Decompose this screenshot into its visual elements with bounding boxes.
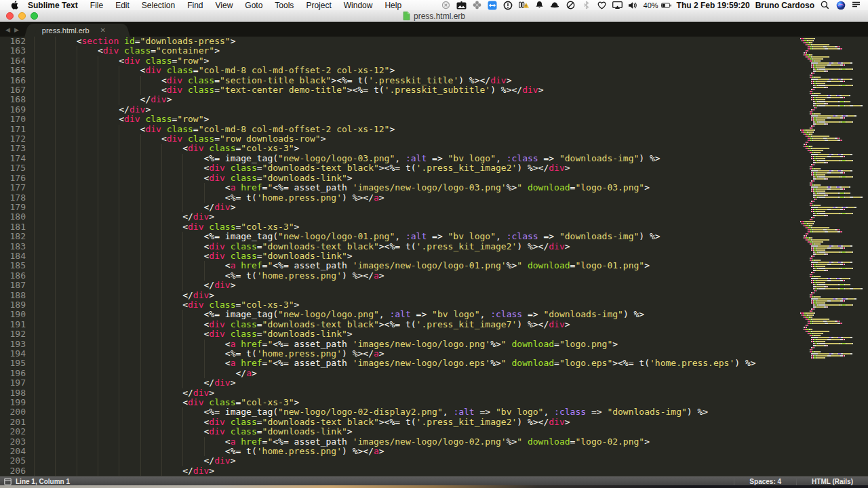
menu-window[interactable]: Window <box>338 1 379 10</box>
airplay-display-icon[interactable] <box>612 1 623 9</box>
line-number[interactable]: 172 <box>0 134 26 144</box>
code-line-167[interactable]: <div class="text-center demo-title"><%= … <box>34 85 868 95</box>
code-line-179[interactable]: </div> <box>34 203 868 212</box>
code-line-174[interactable]: <%= image_tag("new-logo/logo-03.png", :a… <box>34 154 868 163</box>
code-line-184[interactable]: <div class="downloads-link"> <box>34 251 868 261</box>
minimap[interactable] <box>795 37 868 476</box>
menu-project[interactable]: Project <box>300 1 337 10</box>
meter-warning-icon[interactable] <box>519 1 529 9</box>
line-number-gutter[interactable]: 1621631641651661671681691701711721731741… <box>0 37 26 476</box>
code-line-197[interactable]: </div> <box>34 378 868 388</box>
code-line-172[interactable]: <div class="row downloads-row"> <box>34 134 868 144</box>
minimize-window-button[interactable] <box>18 12 26 20</box>
flower-icon[interactable] <box>472 1 482 9</box>
line-number[interactable]: 194 <box>0 349 26 359</box>
line-number[interactable]: 188 <box>0 291 26 300</box>
code-line-165[interactable]: <div class="col-md-8 col-md-offset-2 col… <box>34 66 868 75</box>
line-number[interactable]: 196 <box>0 369 26 378</box>
status-panel-icon[interactable] <box>4 478 12 485</box>
line-number[interactable]: 176 <box>0 174 26 183</box>
menu-selection[interactable]: Selection <box>136 1 181 10</box>
line-number[interactable]: 175 <box>0 163 26 173</box>
code-area[interactable]: <section id="downloads-press"><div class… <box>26 37 868 476</box>
slash-circle-icon[interactable] <box>566 1 576 9</box>
tab-press-html-erb[interactable]: press.html.erb ✕ <box>31 24 123 37</box>
code-line-176[interactable]: <div class="downloads-link"> <box>34 174 868 183</box>
code-line-162[interactable]: <section id="downloads-press"> <box>34 37 868 46</box>
battery-icon[interactable] <box>661 1 671 9</box>
line-number[interactable]: 182 <box>0 232 26 241</box>
code-line-164[interactable]: <div class="row"> <box>34 56 868 66</box>
line-number[interactable]: 202 <box>0 427 26 436</box>
code-line-193[interactable]: <a href="<%= asset_path 'images/new-logo… <box>34 340 868 349</box>
line-number[interactable]: 191 <box>0 320 26 329</box>
bluetooth-icon[interactable] <box>581 1 591 9</box>
menu-sublime-text[interactable]: Sublime Text <box>22 1 84 10</box>
line-number[interactable]: 168 <box>0 95 26 104</box>
zoom-window-button[interactable] <box>31 12 38 20</box>
code-line-203[interactable]: <a href="<%= asset_path 'images/new-logo… <box>34 437 868 447</box>
apple-menu-icon[interactable] <box>7 1 22 9</box>
line-number[interactable]: 199 <box>0 398 26 407</box>
menu-bar-user[interactable]: Bruno Cardoso <box>755 1 814 10</box>
code-line-182[interactable]: <%= image_tag("new-logo/logo-01.png", :a… <box>34 232 868 241</box>
menu-find[interactable]: Find <box>181 1 209 10</box>
line-number[interactable]: 174 <box>0 154 26 163</box>
menu-edit[interactable]: Edit <box>109 1 136 10</box>
line-number[interactable]: 165 <box>0 66 26 75</box>
line-number[interactable]: 185 <box>0 261 26 270</box>
line-number[interactable]: 201 <box>0 418 26 427</box>
line-number[interactable]: 193 <box>0 340 26 349</box>
spotlight-search-icon[interactable] <box>820 1 830 9</box>
bell-icon[interactable] <box>534 1 545 9</box>
line-number[interactable]: 204 <box>0 447 26 456</box>
line-number[interactable]: 187 <box>0 281 26 290</box>
line-number[interactable]: 179 <box>0 203 26 212</box>
menu-help[interactable]: Help <box>378 1 408 10</box>
line-number[interactable]: 170 <box>0 115 26 124</box>
siri-icon[interactable] <box>835 1 846 9</box>
line-number[interactable]: 181 <box>0 222 26 232</box>
code-line-198[interactable]: </div> <box>34 388 868 398</box>
nav-forward-icon[interactable]: ▶ <box>14 26 19 33</box>
line-number[interactable]: 186 <box>0 271 26 281</box>
tab-close-icon[interactable]: ✕ <box>100 27 106 34</box>
line-number[interactable]: 203 <box>0 437 26 447</box>
code-line-201[interactable]: <div class="downloads-text black"><%= t(… <box>34 418 868 427</box>
code-line-191[interactable]: <div class="downloads-text black"><%= t(… <box>34 320 868 329</box>
code-line-170[interactable]: <div class="row"> <box>34 115 868 124</box>
close-window-button[interactable] <box>6 12 14 20</box>
line-number[interactable]: 166 <box>0 76 26 85</box>
code-line-199[interactable]: <div class="col-xs-3"> <box>34 398 868 407</box>
line-number[interactable]: 189 <box>0 300 26 310</box>
code-line-200[interactable]: <%= image_tag("new-logo/logo-02-display2… <box>34 407 868 417</box>
code-line-194[interactable]: <%= t('home.press.png') %></a> <box>34 349 868 359</box>
code-line-186[interactable]: <%= t('home.press.png') %></a> <box>34 271 868 281</box>
code-line-189[interactable]: <div class="col-xs-3"> <box>34 300 868 310</box>
line-number[interactable]: 162 <box>0 37 26 46</box>
code-line-187[interactable]: </div> <box>34 281 868 290</box>
indent-setting[interactable]: Spaces: 4 <box>734 477 796 485</box>
close-circle-icon[interactable] <box>441 1 451 9</box>
code-line-180[interactable]: </div> <box>34 212 868 222</box>
alert-circle-icon[interactable] <box>503 1 513 9</box>
volume-icon[interactable] <box>628 1 638 9</box>
window-title-bar[interactable]: press.html.erb <box>0 10 868 22</box>
code-line-190[interactable]: <%= image_tag("new-logo/logo.png", :alt … <box>34 310 868 319</box>
code-line-202[interactable]: <div class="downloads-link"> <box>34 427 868 436</box>
notification-center-icon[interactable] <box>851 1 861 9</box>
line-number[interactable]: 200 <box>0 407 26 417</box>
code-line-192[interactable]: <div class="downloads-link"> <box>34 329 868 339</box>
code-line-183[interactable]: <div class="downloads-text black"><%= t(… <box>34 242 868 251</box>
line-number[interactable]: 183 <box>0 242 26 251</box>
code-line-178[interactable]: <%= t('home.press.png') %></a> <box>34 193 868 203</box>
code-line-175[interactable]: <div class="downloads-text black"><%= t(… <box>34 163 868 173</box>
line-number[interactable]: 173 <box>0 144 26 153</box>
hat-icon[interactable] <box>550 1 560 9</box>
syntax-setting[interactable]: HTML (Rails) <box>796 477 868 485</box>
code-line-205[interactable]: </div> <box>34 456 868 466</box>
line-number[interactable]: 197 <box>0 378 26 388</box>
menu-bar-clock[interactable]: Thu 2 Feb 19:59:20 <box>677 1 750 10</box>
code-line-169[interactable]: </div> <box>34 105 868 115</box>
code-line-168[interactable]: </div> <box>34 95 868 104</box>
